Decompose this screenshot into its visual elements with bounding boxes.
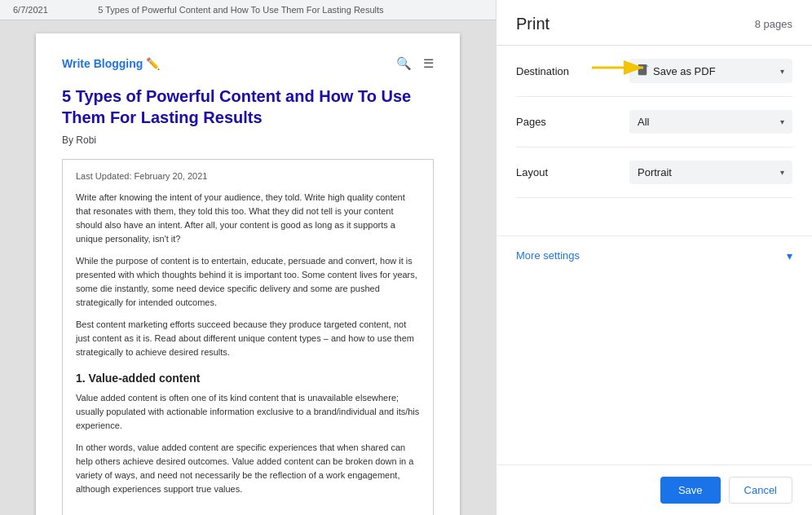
svg-rect-2 [638,64,647,75]
article-body: Write after knowing the intent of your a… [76,191,420,360]
article-title: 5 Types of Powerful Content and How To U… [62,86,434,128]
menu-icon[interactable]: ☰ [423,56,434,71]
more-settings[interactable]: More settings ▾ [496,235,812,275]
pdf-file-icon [638,64,649,77]
preview-scroll-area[interactable]: Write Blogging ✏️ 🔍 ☰ 5 Types of Powerfu… [0,20,496,515]
pages-value: All [638,116,775,128]
layout-value: Portrait [638,166,775,178]
save-button[interactable]: Save [660,477,721,504]
blog-emoji: ✏️ [146,57,160,70]
more-settings-chevron-icon: ▾ [787,249,792,262]
section-paragraph-1: Value added content is often one of its … [76,391,420,433]
print-options: Destination Save as PDF ▾ [496,46,812,235]
print-header: Print 8 pages [496,0,812,46]
preview-date: 6/7/2021 [13,5,48,15]
print-panel: Print 8 pages Destination [496,0,812,515]
header-icons: 🔍 ☰ [396,56,434,71]
print-title: Print [516,15,549,33]
paragraph-3: Best content marketing efforts succeed b… [76,318,420,359]
layout-chevron-icon: ▾ [780,168,784,177]
section-body: Value added content is often one of its … [76,391,420,496]
article-author: By Robi [62,134,434,146]
pages-label: Pages [516,116,589,128]
page-header-bar: Write Blogging ✏️ 🔍 ☰ [62,56,434,71]
article-box: Last Updated: February 20, 2021 Write af… [62,159,434,515]
spacer [496,275,812,465]
preview-top-bar: 6/7/2021 5 Types of Powerful Content and… [0,0,496,20]
search-icon[interactable]: 🔍 [396,56,412,71]
more-settings-label: More settings [516,249,580,262]
page-sheet: Write Blogging ✏️ 🔍 ☰ 5 Types of Powerfu… [36,33,460,515]
layout-row: Layout Portrait ▾ [516,147,792,198]
pages-row: Pages All ▾ [516,97,792,147]
preview-panel: 6/7/2021 5 Types of Powerful Content and… [0,0,496,515]
cancel-button[interactable]: Cancel [729,477,792,504]
print-pages-count: 8 pages [755,18,792,30]
destination-chevron-icon: ▾ [780,67,784,76]
section-paragraph-2: In other words, value added content are … [76,441,420,496]
destination-row: Destination Save as PDF ▾ [516,46,792,97]
preview-tab-title: 5 Types of Powerful Content and How To U… [48,5,434,15]
section-heading: 1. Value-added content [76,372,420,385]
print-footer: Save Cancel [496,464,812,515]
layout-label: Layout [516,166,589,178]
destination-value: Save as PDF [653,65,775,77]
layout-select[interactable]: Portrait ▾ [629,161,792,184]
pages-chevron-icon: ▾ [780,117,784,126]
paragraph-1: Write after knowing the intent of your a… [76,191,420,246]
destination-label: Destination [516,65,589,77]
blog-title: Write Blogging ✏️ [62,57,160,70]
destination-select[interactable]: Save as PDF ▾ [629,59,792,83]
paragraph-2: While the purpose of content is to enter… [76,254,420,310]
last-updated: Last Updated: February 20, 2021 [76,171,420,181]
svg-marker-3 [647,64,649,67]
pages-select[interactable]: All ▾ [629,110,792,134]
